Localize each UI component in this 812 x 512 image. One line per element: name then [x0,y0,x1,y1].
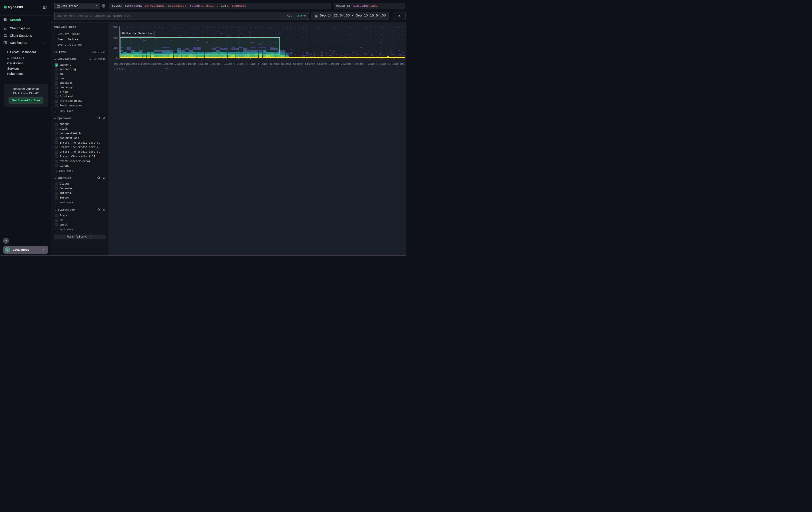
svg-text:1:00am: 1:00am [186,62,196,66]
svg-text:7:30am: 7:30am [341,62,351,66]
svg-text:9:30am: 9:30am [388,62,398,66]
svg-text:9:00am: 9:00am [376,62,386,66]
svg-text:600: 600 [113,26,118,29]
svg-text:10:00pm: 10:00pm [113,62,125,66]
svg-text:8:00am: 8:00am [353,62,362,66]
svg-text:3:00am: 3:00am [233,62,243,66]
svg-text:12:00am: 12:00am [161,62,173,66]
svg-text:2:00am: 2:00am [210,62,220,66]
svg-text:10:00am: 10:00am [399,62,406,66]
svg-text:400: 400 [113,36,118,39]
svg-text:200: 200 [113,47,118,50]
svg-text:4:30am: 4:30am [269,62,279,66]
svg-text:1:30am: 1:30am [198,62,208,66]
svg-text:5:30am: 5:30am [293,62,303,66]
svg-text:6:30am: 6:30am [317,62,327,66]
svg-text:9/14/25: 9/14/25 [113,68,125,71]
svg-text:12:30am: 12:30am [173,62,185,66]
svg-text:7:00am: 7:00am [329,62,339,66]
svg-text:4:00am: 4:00am [257,62,267,66]
svg-text:3:30am: 3:30am [245,62,255,66]
svg-text:2:30am: 2:30am [222,62,231,66]
svg-text:8:30am: 8:30am [365,62,374,66]
svg-text:5:00am: 5:00am [281,62,291,66]
svg-text:9/15: 9/15 [164,68,170,71]
svg-text:0: 0 [116,57,118,60]
svg-text:11:00pm: 11:00pm [137,62,149,66]
svg-text:6:00am: 6:00am [305,62,315,66]
svg-text:11:30pm: 11:30pm [149,62,161,66]
svg-text:10:30pm: 10:30pm [125,62,137,66]
